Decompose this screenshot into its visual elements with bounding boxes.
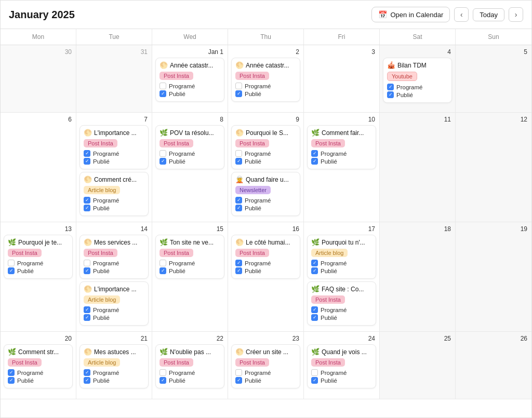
programme-checkbox[interactable] — [8, 260, 15, 266]
programme-checkbox[interactable] — [159, 260, 166, 266]
programme-checkbox[interactable] — [8, 369, 15, 376]
prev-button[interactable]: ‹ — [454, 7, 469, 22]
event-card[interactable]: 🌕Le côté humai...Post InstaPrograméPubli… — [231, 235, 300, 279]
event-card[interactable]: 🌕Comment cré...Article blogPrograméPubli… — [79, 172, 149, 216]
event-card[interactable]: 🌕Année catastr...Post InstaPrograméPubli… — [155, 58, 224, 102]
day-cell: 11 — [380, 113, 456, 222]
publie-label: Publié — [169, 158, 185, 165]
day-number: 23 — [231, 335, 300, 342]
programme-checkbox[interactable] — [235, 260, 242, 266]
publie-checkbox[interactable] — [235, 377, 242, 384]
event-card[interactable]: 🌿Quand je vois ...Post InstaPrograméPubl… — [307, 344, 376, 388]
day-number: 12 — [459, 116, 528, 123]
programme-row: Programé — [159, 150, 220, 157]
programme-checkbox[interactable] — [311, 260, 318, 266]
publie-row: Publié — [387, 91, 448, 98]
publie-checkbox[interactable] — [311, 267, 318, 274]
publie-checkbox[interactable] — [159, 158, 166, 165]
publie-row: Publié — [84, 377, 144, 384]
event-card[interactable]: 🎪Bilan TDMYoutubePrograméPublié — [383, 58, 452, 103]
event-tag: Post Insta — [311, 295, 345, 304]
publie-row: Publié — [84, 267, 144, 274]
publie-row: Publié — [84, 158, 144, 165]
event-card[interactable]: 🌿Pourquoi je te...Post InstaPrograméPubl… — [4, 235, 73, 279]
programme-checkbox[interactable] — [387, 84, 394, 90]
publie-checkbox[interactable] — [311, 158, 318, 165]
publie-label: Publié — [321, 315, 337, 321]
event-title: 🌿POV ta résolu... — [159, 129, 220, 137]
publie-checkbox[interactable] — [235, 90, 242, 97]
programme-checkbox[interactable] — [84, 306, 90, 313]
event-card[interactable]: 🌿Pourquoi tu n'...Article blogPrograméPu… — [307, 235, 376, 279]
event-title: 🌕Mes services ... — [84, 238, 144, 246]
programme-checkbox[interactable] — [235, 83, 242, 89]
event-tag: Youtube — [387, 72, 417, 81]
publie-checkbox[interactable] — [311, 314, 318, 321]
programme-checkbox[interactable] — [311, 306, 318, 313]
day-number: 10 — [307, 116, 376, 123]
event-card[interactable]: 🌿Comment str...Post InstaPrograméPublié — [4, 344, 73, 388]
event-card[interactable]: 🌕L'importance ...Post InstaPrograméPubli… — [79, 125, 149, 169]
event-card[interactable]: 🌕L'importance ...Article blogPrograméPub… — [79, 281, 149, 326]
publie-checkbox[interactable] — [8, 377, 15, 384]
event-card[interactable]: 🌿Ton site ne ve...Post InstaPrograméPubl… — [155, 235, 224, 279]
publie-checkbox[interactable] — [159, 90, 166, 97]
publie-checkbox[interactable] — [159, 377, 166, 384]
programme-checkbox[interactable] — [235, 150, 242, 157]
publie-checkbox[interactable] — [235, 267, 242, 274]
programme-checkbox[interactable] — [84, 369, 90, 376]
day-number: Jan 1 — [155, 48, 224, 56]
programme-checkbox[interactable] — [311, 150, 318, 157]
publie-checkbox[interactable] — [84, 267, 90, 274]
publie-checkbox[interactable] — [8, 267, 15, 274]
programme-label: Programé — [245, 370, 271, 376]
event-title: 🌿Comment str... — [8, 348, 69, 356]
publie-checkbox[interactable] — [84, 377, 90, 384]
programme-checkbox[interactable] — [84, 197, 90, 204]
programme-checkbox[interactable] — [159, 83, 166, 89]
event-card[interactable]: 🧝Quand faire u...NewsletterPrograméPubli… — [231, 172, 300, 216]
day-cell: 9🌕Pourquoi le S...Post InstaPrograméPubl… — [228, 113, 304, 222]
open-calendar-button[interactable]: 📅 Open in Calendar — [371, 7, 450, 22]
publie-label: Publié — [93, 205, 110, 211]
programme-checkbox[interactable] — [235, 369, 242, 376]
day-cell: 19 — [456, 222, 531, 332]
publie-checkbox[interactable] — [311, 377, 318, 384]
today-button[interactable]: Today — [473, 8, 504, 21]
day-cell: 4🎪Bilan TDMYoutubePrograméPublié — [380, 45, 456, 113]
publie-checkbox[interactable] — [387, 91, 394, 98]
programme-label: Programé — [245, 197, 271, 204]
publie-checkbox[interactable] — [84, 205, 90, 211]
event-tag: Post Insta — [159, 249, 193, 257]
event-card[interactable]: 🌕Année catastr...Post InstaPrograméPubli… — [231, 58, 300, 102]
event-card[interactable]: 🌕Mes astuces ...Article blogPrograméPubl… — [79, 344, 149, 388]
day-number: 7 — [79, 116, 149, 123]
publie-checkbox[interactable] — [84, 158, 90, 165]
programme-checkbox[interactable] — [159, 369, 166, 376]
publie-checkbox[interactable] — [235, 205, 242, 211]
publie-checkbox[interactable] — [84, 314, 90, 321]
event-card[interactable]: 🌕Mes services ...Post InstaPrograméPubli… — [79, 235, 149, 279]
event-card[interactable]: 🌿N'oublie pas ...Post InstaPrograméPubli… — [155, 344, 224, 388]
publie-checkbox[interactable] — [235, 158, 242, 165]
programme-checkbox[interactable] — [235, 197, 242, 204]
event-card[interactable]: 🌕Créer un site ...Post InstaPrograméPubl… — [231, 344, 300, 388]
publie-checkbox[interactable] — [159, 267, 166, 274]
day-cell: 7🌕L'importance ...Post InstaPrograméPubl… — [76, 113, 152, 222]
publie-label: Publié — [169, 377, 185, 384]
programme-checkbox[interactable] — [311, 369, 318, 376]
event-card[interactable]: 🌿POV ta résolu...Post InstaPrograméPubli… — [155, 125, 224, 169]
event-emoji: 🌿 — [159, 238, 168, 246]
event-card[interactable]: 🌿FAQ site : Co...Post InstaPrograméPubli… — [307, 281, 376, 326]
event-title: 🌿FAQ site : Co... — [311, 285, 372, 293]
event-tag: Post Insta — [84, 249, 117, 257]
programme-checkbox[interactable] — [84, 150, 90, 157]
next-button[interactable]: › — [509, 7, 523, 22]
event-tag: Article blog — [84, 295, 120, 304]
programme-row: Programé — [387, 84, 448, 90]
event-card[interactable]: 🌕Pourquoi le S...Post InstaPrograméPubli… — [231, 125, 300, 169]
programme-checkbox[interactable] — [159, 150, 166, 157]
publie-label: Publié — [321, 377, 337, 384]
event-card[interactable]: 🌿Comment fair...Post InstaPrograméPublié — [307, 125, 376, 169]
programme-checkbox[interactable] — [84, 260, 90, 266]
